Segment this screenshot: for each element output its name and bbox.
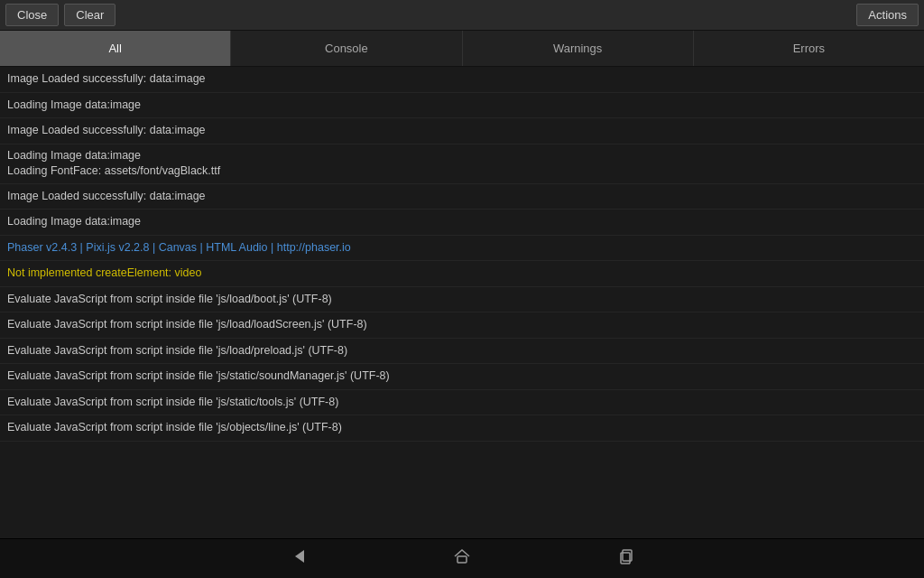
back-icon[interactable]	[288, 546, 308, 571]
log-entry: Evaluate JavaScript from script inside f…	[0, 415, 924, 442]
toolbar: Close Clear Actions	[0, 0, 924, 31]
actions-button[interactable]: Actions	[856, 4, 919, 26]
tab-warnings[interactable]: Warnings	[463, 31, 694, 66]
svg-rect-1	[457, 556, 467, 563]
log-entry: Not implemented createElement: video	[0, 261, 924, 287]
recent-icon[interactable]	[616, 546, 636, 571]
log-entry: Evaluate JavaScript from script inside f…	[0, 287, 924, 313]
close-button[interactable]: Close	[5, 4, 59, 26]
tab-errors[interactable]: Errors	[694, 31, 924, 66]
log-entry: Evaluate JavaScript from script inside f…	[0, 339, 924, 365]
log-entry: Loading Image data:imageLoading FontFace…	[0, 144, 924, 184]
tab-all[interactable]: All	[0, 31, 231, 66]
navigation-bar	[0, 538, 924, 578]
home-icon[interactable]	[452, 546, 472, 571]
log-area[interactable]: Image Loaded successfully: data:imageLoa…	[0, 67, 924, 538]
tab-console[interactable]: Console	[231, 31, 462, 66]
log-entry: Evaluate JavaScript from script inside f…	[0, 364, 924, 390]
log-entry: Image Loaded successfully: data:image	[0, 118, 924, 144]
tab-bar: AllConsoleWarningsErrors	[0, 31, 924, 67]
log-entry: Image Loaded successfully: data:image	[0, 67, 924, 93]
log-entry: Loading Image data:image	[0, 210, 924, 236]
log-entry: Loading Image data:image	[0, 93, 924, 119]
log-entry: Evaluate JavaScript from script inside f…	[0, 390, 924, 416]
clear-button[interactable]: Clear	[64, 4, 116, 26]
svg-marker-0	[295, 550, 304, 563]
log-entry: Phaser v2.4.3 | Pixi.js v2.2.8 | Canvas …	[0, 236, 924, 262]
log-entry: Image Loaded successfully: data:image	[0, 184, 924, 210]
log-entry: Evaluate JavaScript from script inside f…	[0, 312, 924, 339]
